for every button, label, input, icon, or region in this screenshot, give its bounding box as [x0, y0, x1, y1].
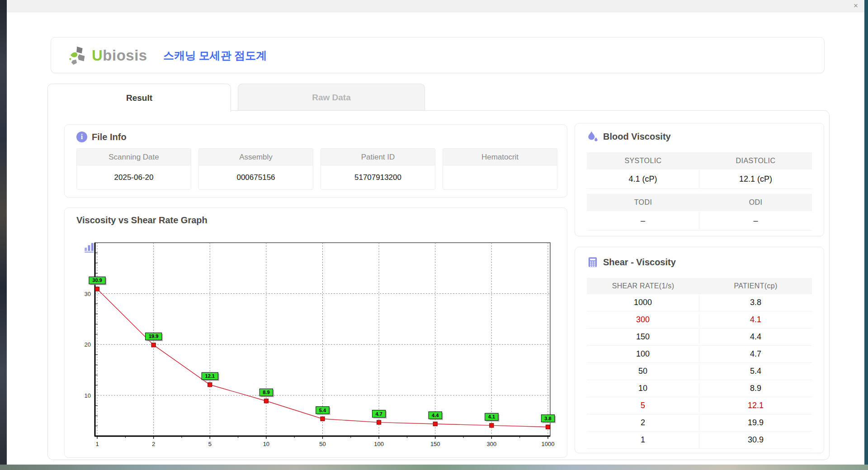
shear-table-body: 10003.83004.11504.41004.7505.4108.9512.1… — [587, 294, 812, 449]
table-row: 3004.1 — [587, 311, 812, 329]
shear-viscosity-table: SHEAR RATE(1/s) PATIENT(cp) 10003.83004.… — [587, 278, 812, 449]
svg-text:50: 50 — [319, 441, 326, 447]
table-row: 1004.7 — [587, 346, 812, 363]
shear-viscosity-title: Shear - Viscosity — [587, 256, 676, 268]
svg-text:5: 5 — [208, 441, 212, 447]
file-info-card: i File Info Scanning Date 2025-06-20 Ass… — [64, 124, 567, 197]
systolic-value: 4.1 (cP) — [587, 169, 699, 188]
svg-text:2: 2 — [152, 441, 155, 447]
viscosity-graph-card: Viscosity vs Shear Rate Graph 1251050100… — [64, 207, 567, 458]
shear-viscosity-card: Shear - Viscosity SHEAR RATE(1/s) PATIEN… — [575, 247, 824, 453]
todi-odi-table: TODI ODI – – — [587, 194, 812, 230]
odi-header: ODI — [699, 194, 812, 211]
blood-viscosity-card: Blood Viscosity SYSTOLIC DIASTOLIC 4.1 (… — [575, 123, 824, 236]
desktop-wallpaper-left — [0, 0, 7, 465]
systolic-header: SYSTOLIC — [587, 152, 699, 169]
field-hematocrit: Hematocrit — [443, 148, 557, 190]
todi-header: TODI — [587, 194, 699, 211]
svg-text:10: 10 — [85, 392, 91, 399]
graph-title: Viscosity vs Shear Rate Graph — [76, 215, 208, 226]
table-row: 130.9 — [587, 432, 812, 449]
svg-text:19.9: 19.9 — [149, 334, 158, 339]
window-titlebar: × — [7, 0, 864, 12]
tab-raw-data[interactable]: Raw Data — [238, 84, 425, 111]
svg-text:1: 1 — [95, 441, 99, 447]
app-header: Ubiosis 스캐닝 모세관 점도계 — [51, 37, 825, 73]
tab-result[interactable]: Result — [47, 84, 231, 112]
svg-text:30: 30 — [85, 291, 91, 297]
shear-rate-column-header: SHEAR RATE(1/s) — [587, 278, 699, 294]
desktop-wallpaper-bottom — [0, 465, 868, 470]
diastolic-value: 12.1 (cP) — [699, 169, 812, 188]
close-icon[interactable]: × — [854, 1, 858, 11]
svg-text:4.1: 4.1 — [488, 414, 495, 419]
table-row: 10003.8 — [587, 294, 812, 311]
svg-text:4.7: 4.7 — [375, 411, 382, 417]
table-row: 505.4 — [587, 363, 812, 380]
field-scanning-date: Scanning Date 2025-06-20 — [76, 148, 191, 190]
svg-text:20: 20 — [85, 341, 91, 348]
table-row: 1504.4 — [587, 329, 812, 346]
odi-value: – — [699, 211, 812, 230]
ubiosis-logo-icon — [68, 45, 89, 66]
desktop: × Ubiosis 스캐닝 모세관 점도계 Result Raw Data — [0, 0, 868, 470]
table-row: 512.1 — [587, 397, 812, 414]
file-info-title: i File Info — [76, 132, 127, 142]
diastolic-header: DIASTOLIC — [699, 152, 812, 169]
table-row: 108.9 — [587, 380, 812, 397]
desktop-wallpaper-right — [864, 0, 868, 465]
result-panel: i File Info Scanning Date 2025-06-20 Ass… — [47, 110, 830, 460]
svg-text:5.4: 5.4 — [319, 408, 326, 413]
app-window: × Ubiosis 스캐닝 모세관 점도계 Result Raw Data — [7, 0, 864, 465]
svg-text:1000: 1000 — [542, 441, 555, 447]
app-logo-text: Ubiosis — [92, 47, 147, 64]
svg-text:3.8: 3.8 — [544, 416, 551, 421]
systolic-diastolic-table: SYSTOLIC DIASTOLIC 4.1 (cP) 12.1 (cP) — [587, 152, 812, 189]
svg-text:300: 300 — [487, 441, 497, 447]
file-info-fields: Scanning Date 2025-06-20 Assembly 000675… — [76, 148, 557, 190]
svg-text:4.4: 4.4 — [432, 413, 439, 418]
page-title: 스캐닝 모세관 점도계 — [163, 48, 267, 63]
patient-column-header: PATIENT(cp) — [699, 278, 812, 294]
app-logo: Ubiosis — [68, 45, 147, 66]
field-assembly: Assembly 000675156 — [198, 148, 313, 190]
viscosity-shear-chart: 1251050100150300100010203030.919.912.18.… — [71, 234, 560, 456]
table-row: 219.9 — [587, 414, 812, 432]
svg-text:30.9: 30.9 — [92, 277, 102, 283]
droplets-icon — [587, 131, 599, 142]
svg-text:150: 150 — [430, 441, 440, 447]
field-patient-id: Patient ID 51707913200 — [321, 148, 435, 190]
blood-viscosity-title: Blood Viscosity — [587, 131, 671, 142]
svg-text:12.1: 12.1 — [205, 373, 215, 379]
info-icon: i — [76, 132, 87, 142]
svg-text:100: 100 — [374, 441, 384, 447]
svg-text:10: 10 — [263, 441, 269, 447]
svg-text:8.9: 8.9 — [263, 390, 269, 395]
calculator-icon — [587, 256, 599, 268]
todi-value: – — [587, 211, 699, 230]
